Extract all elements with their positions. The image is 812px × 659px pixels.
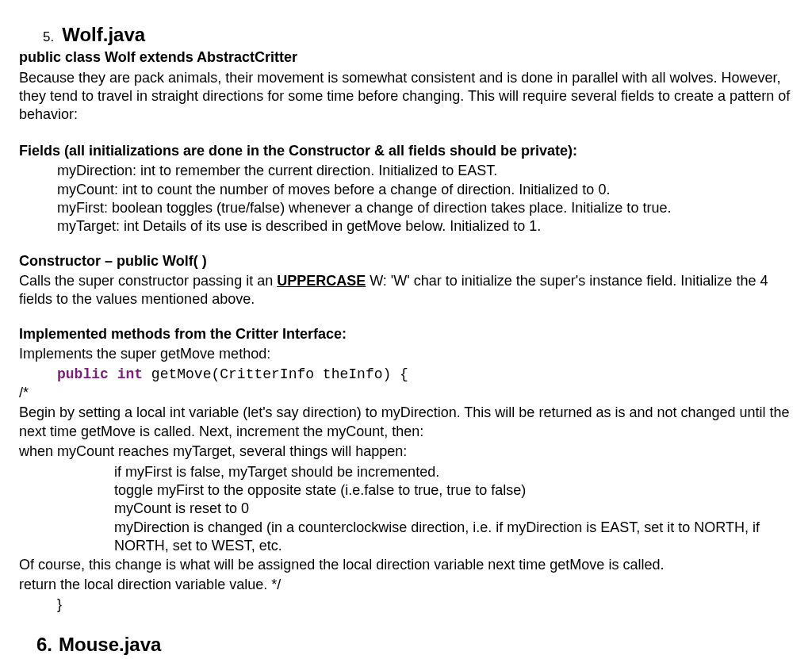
wolf-body-1: Begin by setting a local int variable (l… [19,404,793,441]
wolf-body-3: Of course, this change is what will be a… [19,556,793,574]
section-5-title: Wolf.java [62,22,145,47]
wolf-field-myTarget: myTarget: int Details of its use is desc… [57,217,793,236]
wolf-logic-1: if myFirst is false, myTarget should be … [114,463,793,481]
wolf-impl-line: Implements the super getMove method: [19,345,793,363]
wolf-class-declaration: public class Wolf extends AbstractCritte… [19,48,793,67]
section-6-title: Mouse.java [59,632,161,657]
wolf-getmove-signature: public int getMove(CritterInfo theInfo) … [57,366,793,384]
wolf-logic-3: myCount is reset to 0 [114,500,793,518]
wolf-intro-paragraph: Because they are pack animals, their mov… [19,69,793,125]
wolf-constructor-header: Constructor – public Wolf( ) [19,252,793,270]
wolf-close-brace: } [57,596,793,614]
wolf-impl-header: Implemented methods from the Critter Int… [19,325,793,343]
section-5-header: 5. Wolf.java [43,22,793,47]
wolf-body-4: return the local direction variable valu… [19,576,793,594]
wolf-fields-header: Fields (all initializations are done in … [19,142,793,160]
section-5-number: 5. [43,29,54,46]
wolf-field-myCount: myCount: int to count the number of move… [57,181,793,199]
wolf-logic-2: toggle myFirst to the opposite state (i.… [114,481,793,500]
wolf-body-2: when myCount reaches myTarget, several t… [19,443,793,461]
uppercase-emphasis: UPPERCASE [277,273,366,289]
section-6-number: 6. [36,632,52,657]
wolf-constructor-desc: Calls the super constructor passing it a… [19,272,793,309]
section-6-header: 6. Mouse.java [36,632,793,657]
wolf-comment-open: /* [19,384,793,402]
wolf-field-myDirection: myDirection: int to remember the current… [57,162,793,180]
wolf-logic-4: myDirection is changed (in a countercloc… [114,519,793,556]
wolf-field-myFirst: myFirst: boolean toggles (true/false) wh… [57,199,793,217]
